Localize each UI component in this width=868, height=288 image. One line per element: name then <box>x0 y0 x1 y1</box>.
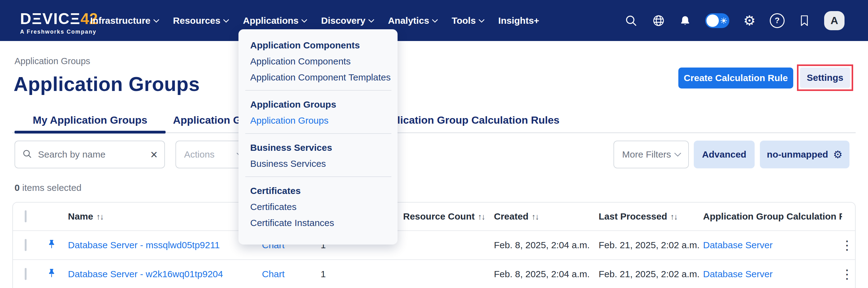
nav-item-insights[interactable]: Insights+ <box>498 15 539 26</box>
created-value: Feb. 8, 2025, 2:04 a.m. <box>494 269 590 279</box>
sort-icon[interactable]: ↑↓ <box>532 212 539 221</box>
pin-icon[interactable] <box>46 239 57 252</box>
menu-item-application-components[interactable]: Application Components <box>250 53 389 69</box>
nav-utility-icons: ⚙ ? A <box>624 0 844 41</box>
tab-application-group-calculation-rules[interactable]: Application Group Calculation Rules <box>377 110 559 130</box>
applications-dropdown-menu: Application Components Application Compo… <box>239 29 398 245</box>
chevron-down-icon <box>302 16 308 23</box>
menu-section-header: Application Components <box>250 37 389 53</box>
nav-item-applications[interactable]: Applications <box>243 15 306 26</box>
last-processed-value: Feb. 21, 2025, 2:02 a.m. <box>599 269 700 279</box>
search-input[interactable] <box>37 149 150 160</box>
pin-icon[interactable] <box>46 268 57 281</box>
row-checkbox[interactable] <box>25 268 27 280</box>
device42-logo[interactable]: DΞVICΞ42 A Freshworks Company <box>20 11 98 35</box>
saved-filter-no-unmapped-button[interactable]: no-unmapped ⚙ <box>760 141 849 168</box>
last-processed-value: Feb. 21, 2025, 2:02 a.m. <box>599 240 700 250</box>
table-row: Database Server - mssqlwd05tp9211 Chart … <box>13 230 855 259</box>
application-group-name-link[interactable]: Database Server - mssqlwd05tp9211 <box>68 240 220 250</box>
row-checkbox[interactable] <box>25 239 27 251</box>
nav-item-tools[interactable]: Tools <box>452 15 484 26</box>
sort-icon[interactable]: ↑↓ <box>96 212 103 221</box>
column-header-created[interactable]: Created↑↓ <box>494 211 539 222</box>
active-tab-indicator <box>14 131 165 134</box>
theme-toggle[interactable] <box>705 13 729 28</box>
chevron-down-icon <box>674 150 681 157</box>
select-all-checkbox[interactable] <box>25 210 27 222</box>
sun-icon <box>720 17 727 25</box>
chevron-down-icon <box>368 16 374 23</box>
column-header-name[interactable]: Name↑↓ <box>68 211 103 222</box>
search-icon[interactable] <box>624 14 638 28</box>
application-groups-table: Name↑↓ Resource Count↑↓ Created↑↓ Last P… <box>12 202 856 288</box>
row-actions-kebab-icon[interactable]: ⋮ <box>836 269 856 279</box>
gear-icon[interactable]: ⚙ <box>744 14 755 28</box>
sort-icon[interactable]: ↑↓ <box>478 212 485 221</box>
globe-icon[interactable] <box>652 14 665 27</box>
chevron-down-icon <box>153 16 159 23</box>
top-nav-bar: DΞVICΞ42 A Freshworks Company Infrastruc… <box>0 0 868 41</box>
bell-icon[interactable] <box>679 15 691 27</box>
chevron-down-icon <box>478 16 485 23</box>
menu-section-header: Business Services <box>250 140 389 156</box>
bookmark-icon[interactable] <box>799 14 810 27</box>
nav-item-resources[interactable]: Resources <box>173 15 228 26</box>
calculation-rule-link[interactable]: Database Server <box>703 269 773 279</box>
table-row: Database Server - w2k16wq01tp9204 Chart … <box>13 259 855 288</box>
settings-button[interactable]: Settings <box>800 68 850 88</box>
column-header-resource-count[interactable]: Resource Count↑↓ <box>403 211 485 222</box>
column-header-last-processed[interactable]: Last Processed↑↓ <box>599 211 677 222</box>
resource-count-value: 1 <box>321 269 326 279</box>
selection-count: 0 items selected <box>14 183 82 193</box>
logo-tagline: A Freshworks Company <box>20 29 98 35</box>
help-icon[interactable]: ? <box>770 13 784 28</box>
menu-divider <box>245 90 391 91</box>
gear-icon: ⚙ <box>833 149 842 160</box>
toggle-knob-icon <box>707 14 719 27</box>
breadcrumb: Application Groups <box>14 56 90 66</box>
sort-icon[interactable]: ↑↓ <box>670 212 677 221</box>
menu-item-certificate-instances[interactable]: Certificate Instances <box>250 215 389 231</box>
avatar[interactable]: A <box>824 11 844 30</box>
created-value: Feb. 8, 2025, 2:04 a.m. <box>494 240 590 250</box>
menu-divider <box>245 176 391 177</box>
advanced-filter-button[interactable]: Advanced <box>694 141 755 168</box>
chevron-down-icon <box>432 16 438 23</box>
nav-item-analytics[interactable]: Analytics <box>388 15 437 26</box>
chart-link[interactable]: Chart <box>262 269 284 279</box>
search-icon <box>22 149 32 160</box>
menu-item-application-component-templates[interactable]: Application Component Templates <box>250 69 389 85</box>
chevron-down-icon <box>223 16 229 23</box>
clear-search-icon[interactable]: × <box>150 148 158 160</box>
menu-item-application-groups[interactable]: Application Groups <box>250 113 389 129</box>
nav-item-infrastructure[interactable]: Infrastructure <box>90 15 158 26</box>
menu-section-header: Certificates <box>250 183 389 199</box>
tab-my-application-groups[interactable]: My Application Groups <box>14 110 165 130</box>
column-header-calculation-rule[interactable]: Application Group Calculation Rule <box>703 211 842 222</box>
logo-text: DΞVICΞ <box>20 10 81 28</box>
application-group-name-link[interactable]: Database Server - w2k16wq01tp9204 <box>68 269 223 279</box>
menu-item-certificates[interactable]: Certificates <box>250 199 389 215</box>
menu-item-business-services[interactable]: Business Services <box>250 156 389 172</box>
more-filters-dropdown[interactable]: More Filters <box>614 141 689 168</box>
nav-item-discovery[interactable]: Discovery <box>321 15 373 26</box>
menu-section-header: Application Groups <box>250 97 389 113</box>
row-actions-kebab-icon[interactable]: ⋮ <box>836 240 856 250</box>
table-header-row: Name↑↓ Resource Count↑↓ Created↑↓ Last P… <box>13 203 855 230</box>
create-calculation-rule-button[interactable]: Create Calculation Rule <box>678 68 793 88</box>
application-groups-page: DΞVICΞ42 A Freshworks Company Infrastruc… <box>0 0 868 288</box>
search-input-wrapper: × <box>14 141 165 168</box>
calculation-rule-link[interactable]: Database Server <box>703 240 773 250</box>
page-title: Application Groups <box>13 73 200 96</box>
menu-divider <box>245 133 391 134</box>
